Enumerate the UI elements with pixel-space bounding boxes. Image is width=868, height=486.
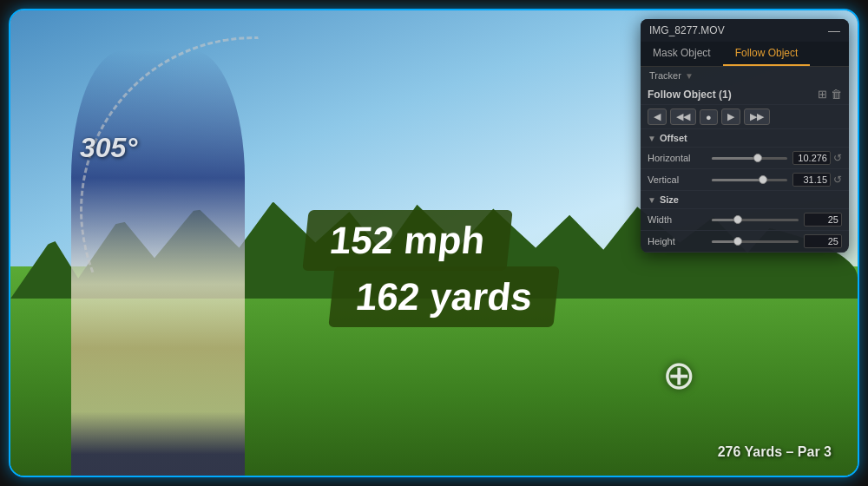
width-row: Width: [641, 209, 849, 231]
distance-badge: 162 yards: [328, 266, 559, 327]
width-slider[interactable]: [712, 219, 799, 221]
playback-record[interactable]: ●: [700, 109, 718, 125]
horizontal-row: Horizontal ↺: [641, 148, 849, 169]
properties-panel: IMG_8277.MOV — Mask Object Follow Object…: [641, 19, 849, 253]
horizontal-reset[interactable]: ↺: [833, 152, 842, 164]
vertical-label: Vertical: [648, 174, 707, 185]
playback-prev-end[interactable]: ◀: [648, 108, 667, 125]
playback-controls: ◀ ◀◀ ● ▶ ▶▶: [641, 105, 849, 129]
distance-value: 162 yards: [353, 275, 534, 319]
main-frame: 305° 152 mph 162 yards ⊕ 276 Yards – Par…: [9, 9, 859, 477]
playback-next[interactable]: ▶▶: [744, 108, 770, 125]
tracker-delete-icon[interactable]: 🗑: [831, 88, 842, 101]
tracker-icons: ⊞ 🗑: [818, 88, 842, 101]
width-label: Width: [648, 214, 707, 225]
tracker-row: Follow Object (1) ⊞ 🗑: [641, 84, 849, 105]
tab-mask-object[interactable]: Mask Object: [641, 42, 723, 66]
tab-follow-object[interactable]: Follow Object: [723, 42, 811, 66]
speed-badge: 152 mph: [302, 210, 512, 271]
vertical-value[interactable]: [792, 173, 831, 187]
panel-title-bar: IMG_8277.MOV —: [641, 19, 849, 42]
panel-title: IMG_8277.MOV: [649, 24, 725, 36]
panel-tabs: Mask Object Follow Object: [641, 42, 849, 67]
tracker-section-label: Tracker ▼: [641, 67, 849, 84]
yardage-label: 276 Yards – Par 3: [718, 444, 832, 460]
vertical-reset[interactable]: ↺: [833, 174, 842, 186]
playback-play[interactable]: ▶: [721, 108, 740, 125]
height-row: Height: [641, 231, 849, 253]
horizontal-value[interactable]: [792, 151, 831, 165]
speed-value: 152 mph: [327, 219, 487, 262]
height-label: Height: [648, 236, 707, 246]
height-value[interactable]: [804, 234, 842, 248]
height-slider[interactable]: [712, 240, 799, 243]
horizontal-label: Horizontal: [648, 153, 707, 163]
vertical-slider[interactable]: [712, 179, 787, 181]
vertical-row: Vertical ↺: [641, 169, 849, 191]
horizontal-slider[interactable]: [712, 157, 787, 160]
crosshair-icon: ⊕: [656, 352, 701, 397]
offset-section-header[interactable]: ▼ Offset: [641, 129, 849, 148]
width-value[interactable]: [804, 213, 842, 227]
panel-minimize-button[interactable]: —: [828, 23, 840, 37]
angle-label: 305°: [80, 132, 137, 164]
playback-prev[interactable]: ◀◀: [670, 108, 696, 125]
size-section-header[interactable]: ▼ Size: [641, 191, 849, 209]
tracker-name: Follow Object (1): [648, 89, 732, 101]
tracker-image-icon[interactable]: ⊞: [818, 88, 827, 101]
